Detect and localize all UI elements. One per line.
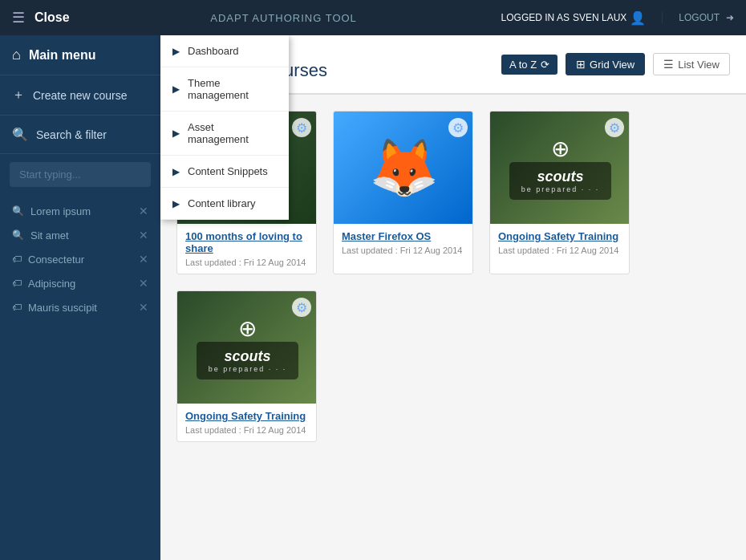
course-info: Ongoing Safety Training Last updated : F… [177,404,316,441]
sidebar-item-main-menu[interactable]: ⌂ Main menu [0,35,160,75]
sort-label: A to Z [509,59,537,71]
close-button[interactable]: Close [34,10,70,25]
arrow-icon: ▶ [172,83,180,95]
filter-remove-icon[interactable]: ✕ [139,301,148,314]
dropdown-item-theme[interactable]: ▶ Theme management [160,67,289,112]
hamburger-icon[interactable]: ☰ [12,9,25,26]
view-controls: A to Z ⟳ ⊞ Grid View ☰ List View [501,53,730,75]
filter-item[interactable]: 🔍 Lorem ipsum ✕ [0,199,160,223]
course-settings-button[interactable]: ⚙ [605,118,624,137]
list-view-button[interactable]: ☰ List View [653,53,730,75]
course-info: Ongoing Safety Training Last updated : F… [490,224,629,262]
filter-list: 🔍 Lorem ipsum ✕ 🔍 Sit amet ✕ 🏷 Consectet… [0,195,160,323]
arrow-icon: ▶ [172,46,180,57]
firefox-logo: 🦊 [369,135,439,201]
filter-item[interactable]: 🔍 Sit amet ✕ [0,223,160,247]
create-course-label: Create new course [33,89,128,102]
course-date: Last updated : Fri 12 Aug 2014 [498,246,621,255]
dropdown-item-asset[interactable]: ▶ Asset management [160,112,289,156]
course-title[interactable]: 100 months of loving to share [185,230,308,254]
arrow-icon: ▶ [172,198,180,209]
sidebar-item-create-course[interactable]: ＋ Create new course [0,75,160,116]
dropdown-item-label: Dashboard [188,45,239,57]
username: SVEN LAUX [573,12,626,23]
filter-item[interactable]: 🏷 Adipiscing ✕ [0,271,160,295]
course-title[interactable]: Master Firefox OS [342,230,464,242]
filter-remove-icon[interactable]: ✕ [139,253,148,266]
filter-item[interactable]: 🏷 Consectetur ✕ [0,247,160,271]
user-icon: 👤 [630,10,646,26]
course-info: Master Firefox OS Last updated : Fri 12 … [334,224,472,262]
logged-in-label: LOGGED IN AS [501,12,570,23]
course-date: Last updated : Fri 12 Aug 2014 [342,246,464,255]
sort-button[interactable]: A to Z ⟳ [501,55,557,75]
dropdown-item-label: Asset management [188,121,277,145]
dropdown-item-snippets[interactable]: ▶ Content Snippets [160,156,289,188]
course-thumbnail: ⊕ scouts be prepared · · · ⚙ [490,112,630,224]
filter-label: Consectetur [28,254,84,266]
refresh-icon: ⟳ [541,59,549,71]
course-thumbnail: 🦊 ⚙ [334,112,473,224]
dropdown-item-dashboard[interactable]: ▶ Dashboard [160,35,289,67]
course-title[interactable]: Ongoing Safety Training [498,230,621,242]
filter-remove-icon[interactable]: ✕ [139,277,148,290]
logout-icon: ➜ [726,12,734,23]
dropdown-item-label: Content library [188,197,256,209]
tag-icon: 🏷 [12,254,22,265]
course-date: Last updated : Fri 12 Aug 2014 [185,425,308,435]
filter-item[interactable]: 🏷 Mauris suscipit ✕ [0,295,160,319]
course-card[interactable]: ⊕ scouts be prepared · · · ⚙ Ongoing Saf… [489,111,630,274]
filter-label: Mauris suscipit [28,302,97,314]
course-date: Last updated : Fri 12 Aug 2014 [185,258,308,267]
dropdown-item-library[interactable]: ▶ Content library [160,188,289,220]
plus-icon: ＋ [12,87,25,103]
filter-label: Lorem ipsum [30,205,91,217]
search-icon: 🔍 [12,127,28,142]
home-icon: ⌂ [12,47,21,63]
arrow-icon: ▶ [172,166,180,177]
dropdown-item-label: Content Snippets [188,165,268,177]
app-title: ADAPT AUTHORING TOOL [70,12,498,24]
filter-remove-icon[interactable]: ✕ [139,229,148,241]
tag-icon: 🏷 [12,302,22,313]
list-view-label: List View [678,59,720,71]
course-settings-button[interactable]: ⚙ [292,298,311,317]
grid-view-button[interactable]: ⊞ Grid View [566,53,645,75]
search-input[interactable] [19,168,141,181]
app-header: ☰ Close ADAPT AUTHORING TOOL LOGGED IN A… [0,0,746,35]
course-title[interactable]: Ongoing Safety Training [185,410,308,422]
compass-icon: ⊕ [197,315,299,342]
search-filter-label: Search & filter [36,128,107,141]
sidebar: ⌂ Main menu ＋ Create new course 🔍 Search… [0,35,160,560]
sort-control: A to Z ⟳ [501,55,557,75]
grid-view-label: Grid View [590,59,635,71]
list-icon: ☰ [663,58,674,71]
main-menu-label: Main menu [29,48,96,63]
dropdown-menu: ▶ Dashboard ▶ Theme management ▶ Asset m… [160,35,289,220]
user-info: LOGGED IN AS SVEN LAUX 👤 [498,10,647,26]
course-thumbnail: ⊕ scouts be prepared · · · ⚙ [177,291,317,404]
search-small-icon: 🔍 [12,205,24,217]
arrow-icon: ▶ [172,128,180,139]
grid-icon: ⊞ [576,58,586,71]
filter-remove-icon[interactable]: ✕ [139,205,148,217]
course-settings-button[interactable]: ⚙ [292,118,311,137]
search-small-icon: 🔍 [12,229,24,241]
course-card[interactable]: ⊕ scouts be prepared · · · ⚙ Ongoing Saf… [176,290,317,442]
dropdown-item-label: Theme management [188,77,277,101]
filter-label: Adipiscing [28,278,75,290]
main-layout: ⌂ Main menu ＋ Create new course 🔍 Search… [0,35,746,560]
logout-label: LOGOUT [679,12,720,23]
compass-icon: ⊕ [509,136,612,162]
course-card[interactable]: 🦊 ⚙ Master Firefox OS Last updated : Fri… [333,111,473,274]
filter-label: Sit amet [30,229,69,241]
sidebar-item-search-filter[interactable]: 🔍 Search & filter [0,116,160,154]
search-box[interactable] [10,162,151,187]
course-settings-button[interactable]: ⚙ [448,118,468,137]
course-info: 100 months of loving to share Last updat… [177,224,316,274]
tag-icon: 🏷 [12,278,22,289]
logout-button[interactable]: LOGOUT ➜ [662,12,734,23]
